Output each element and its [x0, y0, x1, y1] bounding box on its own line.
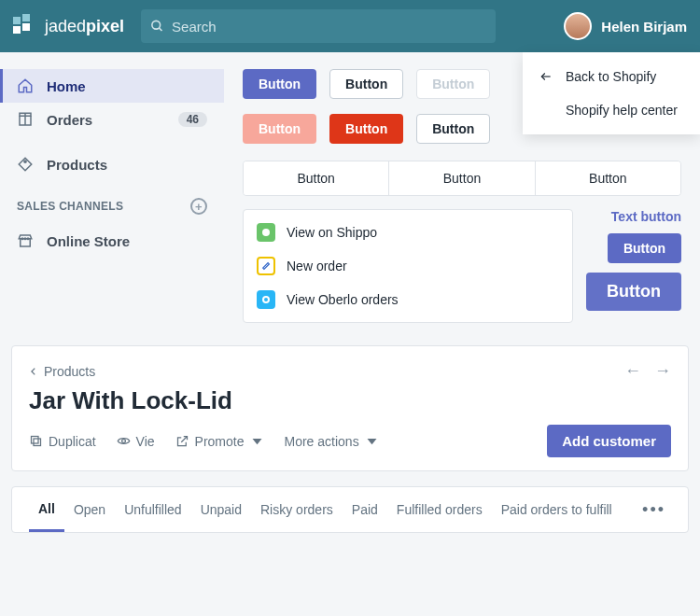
action-more[interactable]: More actions: [285, 434, 379, 449]
svg-point-8: [24, 161, 26, 162]
tabs: All Open Unfulfilled Unpaid Risky orders…: [11, 486, 689, 533]
duplicate-icon: [29, 434, 43, 448]
prev-arrow-icon[interactable]: ←: [624, 361, 641, 381]
tab-unfulfilled[interactable]: Unfulfilled: [115, 489, 190, 530]
new-order-icon: [257, 257, 275, 275]
dropdown-back-to-shopify[interactable]: Back to Shopify: [523, 60, 700, 93]
action-view-shippo[interactable]: View on Shippo: [244, 216, 572, 249]
svg-point-11: [27, 238, 29, 240]
button-disabled: Button: [416, 69, 490, 99]
sidebar: Home Orders 46 Products SALES CHANNELS +…: [0, 52, 224, 323]
external-icon: [175, 434, 189, 448]
sidebar-item-home[interactable]: Home: [0, 69, 224, 103]
dropdown-help-center[interactable]: Shopify help center: [523, 93, 700, 127]
button-danger[interactable]: Button: [329, 114, 403, 144]
page-header-card: Products ← → Jar With Lock-Lid Duplicat …: [11, 345, 689, 471]
tab-paid[interactable]: Paid: [343, 489, 387, 530]
tab-all[interactable]: All: [29, 488, 64, 532]
action-duplicate[interactable]: Duplicat: [29, 434, 96, 449]
action-view-oberlo[interactable]: View Oberlo orders: [244, 283, 572, 316]
search-icon: [150, 19, 164, 34]
segmented-group: Button Button Button: [243, 161, 681, 196]
pagination-arrows: ← →: [624, 361, 671, 381]
store-icon: [17, 232, 34, 249]
svg-marker-18: [252, 439, 261, 444]
brand[interactable]: jadedpixel: [13, 14, 124, 38]
button-primary-small[interactable]: Button: [608, 233, 681, 263]
page-title: Jar With Lock-Lid: [29, 386, 671, 415]
right-button-stack: Text button Button Button: [586, 209, 681, 323]
tab-paid-to-fulfill[interactable]: Paid orders to fulfill: [492, 489, 622, 530]
segment-3[interactable]: Button: [536, 161, 680, 195]
caret-down-icon: [365, 434, 379, 448]
svg-rect-1: [22, 14, 30, 21]
action-view[interactable]: Vie: [117, 434, 155, 449]
svg-line-17: [181, 437, 187, 442]
search-wrap: [141, 9, 547, 43]
tab-risky[interactable]: Risky orders: [251, 489, 343, 530]
eye-icon: [117, 434, 131, 448]
button-primary-large[interactable]: Button: [586, 273, 681, 311]
sidebar-item-products[interactable]: Products: [0, 147, 224, 181]
svg-rect-2: [22, 23, 30, 31]
add-customer-button[interactable]: Add customer: [547, 425, 671, 457]
user-menu[interactable]: Helen Birjam: [564, 12, 687, 40]
home-icon: [17, 77, 34, 94]
svg-rect-3: [13, 26, 21, 34]
chevron-left-icon: [29, 366, 38, 377]
search-box[interactable]: [141, 9, 496, 43]
svg-point-12: [262, 229, 270, 236]
caret-down-icon: [250, 434, 264, 448]
svg-marker-19: [367, 439, 376, 444]
text-button[interactable]: Text button: [611, 209, 681, 224]
action-new-order[interactable]: New order: [244, 249, 572, 283]
button-default[interactable]: Button: [329, 69, 403, 99]
add-channel-button[interactable]: +: [190, 198, 207, 215]
brand-text: jadedpixel: [45, 17, 124, 36]
search-input[interactable]: [172, 19, 486, 35]
sidebar-section-channels: SALES CHANNELS +: [0, 181, 224, 224]
segment-2[interactable]: Button: [389, 161, 535, 195]
topbar: jadedpixel Helen Birjam Back to Shopify …: [0, 0, 700, 52]
tab-unpaid[interactable]: Unpaid: [191, 489, 251, 530]
svg-rect-15: [34, 439, 41, 446]
svg-point-9: [21, 238, 23, 240]
svg-point-16: [121, 440, 125, 443]
tab-overflow-icon[interactable]: •••: [637, 500, 671, 520]
tag-icon: [17, 156, 34, 173]
user-name: Helen Birjam: [601, 19, 687, 35]
sidebar-item-orders[interactable]: Orders 46: [0, 103, 224, 136]
user-dropdown: Back to Shopify Shopify help center: [523, 52, 700, 134]
action-promote[interactable]: Promote: [175, 434, 264, 449]
page-actions: Duplicat Vie Promote More actions Add cu…: [29, 425, 671, 457]
orders-icon: [17, 111, 34, 128]
button-primary[interactable]: Button: [243, 69, 316, 99]
svg-rect-14: [32, 437, 39, 444]
next-arrow-icon[interactable]: →: [654, 361, 671, 381]
oberlo-icon: [257, 290, 275, 309]
breadcrumb[interactable]: Products: [29, 364, 95, 379]
svg-point-10: [24, 238, 26, 240]
app-action-list: View on Shippo New order View Oberlo ord…: [243, 209, 573, 323]
orders-badge: 46: [178, 112, 207, 127]
shippo-icon: [257, 223, 275, 242]
svg-point-13: [263, 297, 269, 302]
arrow-left-icon: [538, 70, 554, 83]
svg-line-5: [159, 28, 161, 31]
tab-open[interactable]: Open: [64, 489, 115, 530]
svg-point-4: [152, 21, 161, 29]
button-outline[interactable]: Button: [416, 114, 490, 144]
segment-1[interactable]: Button: [244, 161, 389, 195]
sidebar-item-online-store[interactable]: Online Store: [0, 224, 224, 258]
button-danger-light[interactable]: Button: [243, 114, 316, 144]
brand-logo-icon: [13, 14, 37, 38]
svg-rect-0: [13, 17, 21, 24]
avatar: [564, 12, 592, 40]
tab-fulfilled[interactable]: Fulfilled orders: [387, 489, 492, 530]
